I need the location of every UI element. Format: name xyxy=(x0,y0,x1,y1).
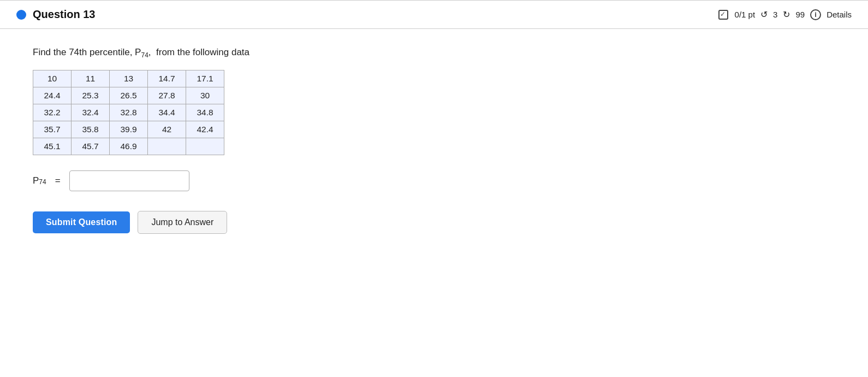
table-cell: 13 xyxy=(110,70,148,87)
table-cell: 39.9 xyxy=(110,121,148,138)
jump-to-answer-button[interactable]: Jump to Answer xyxy=(138,211,227,234)
score-text: 0/1 pt xyxy=(735,10,756,19)
table-cell: 25.3 xyxy=(72,87,110,104)
table-cell: 26.5 xyxy=(110,87,148,104)
info-icon[interactable]: i xyxy=(810,9,821,20)
answer-label: P74 xyxy=(33,175,46,186)
header-meta: 0/1 pt ↺ 3 ↻ 99 i Details xyxy=(718,9,852,20)
table-cell xyxy=(186,138,224,155)
undo-icon: ↺ xyxy=(760,9,768,20)
submit-button[interactable]: Submit Question xyxy=(33,211,130,233)
answer-input[interactable] xyxy=(69,170,189,191)
table-cell xyxy=(148,138,186,155)
table-cell: 27.8 xyxy=(148,87,186,104)
page-container: Question 13 0/1 pt ↺ 3 ↻ 99 i Details Fi… xyxy=(0,0,868,377)
question-header: Question 13 0/1 pt ↺ 3 ↻ 99 i Details xyxy=(0,1,868,29)
question-text: Find the 74th percentile, P74, from the … xyxy=(33,45,841,60)
table-cell: 24.4 xyxy=(33,87,72,104)
buttons-row: Submit Question Jump to Answer xyxy=(33,211,841,234)
question-body: Find the 74th percentile, P74, from the … xyxy=(0,29,868,250)
question-title-group: Question 13 xyxy=(16,8,95,21)
table-cell: 34.8 xyxy=(186,104,224,121)
table-cell: 46.9 xyxy=(110,138,148,155)
table-cell: 32.4 xyxy=(72,104,110,121)
table-cell: 11 xyxy=(72,70,110,87)
details-label[interactable]: Details xyxy=(827,10,852,19)
table-cell: 35.7 xyxy=(33,121,72,138)
table-cell: 42.4 xyxy=(186,121,224,138)
answer-row: P74 = xyxy=(33,170,841,191)
table-cell: 17.1 xyxy=(186,70,224,87)
data-table: 10111314.717.124.425.326.527.83032.232.4… xyxy=(33,70,224,155)
table-cell: 45.7 xyxy=(72,138,110,155)
table-cell: 34.4 xyxy=(148,104,186,121)
equals-sign: = xyxy=(55,175,61,186)
table-cell: 45.1 xyxy=(33,138,72,155)
table-cell: 42 xyxy=(148,121,186,138)
table-cell: 10 xyxy=(33,70,72,87)
table-cell: 32.8 xyxy=(110,104,148,121)
table-cell: 35.8 xyxy=(72,121,110,138)
table-cell: 32.2 xyxy=(33,104,72,121)
score-check-icon xyxy=(718,10,728,20)
table-cell: 14.7 xyxy=(148,70,186,87)
refresh-count: 99 xyxy=(795,10,805,19)
question-title: Question 13 xyxy=(33,8,95,21)
blue-dot-indicator xyxy=(16,10,26,20)
refresh-icon: ↻ xyxy=(783,9,790,20)
undo-count: 3 xyxy=(773,10,777,19)
table-cell: 30 xyxy=(186,87,224,104)
